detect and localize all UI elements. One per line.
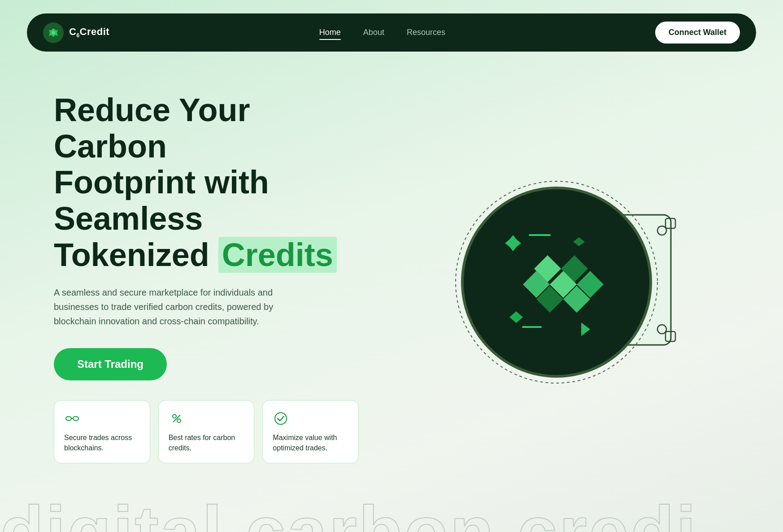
percent-icon: [169, 410, 185, 427]
feature-card-2-text: Maximize value with optimized trades.: [273, 433, 348, 453]
svg-point-5: [177, 419, 181, 423]
logo: C6Credit: [43, 22, 109, 43]
svg-point-15: [657, 325, 666, 334]
logo-icon: [43, 22, 64, 43]
vault-illustration: [447, 152, 698, 403]
scrolling-text-section: digital carbon credi: [0, 481, 783, 532]
hero-title-line2: Footprint with Seamless: [54, 164, 269, 236]
hero-title: Reduce Your Carbon Footprint with Seamle…: [54, 92, 359, 273]
logo-subscript: 6: [76, 33, 79, 39]
nav-about[interactable]: About: [363, 28, 384, 37]
hero-title-line1: Reduce Your Carbon: [54, 92, 250, 164]
svg-point-4: [173, 414, 176, 418]
svg-point-14: [657, 226, 666, 235]
vault-svg: [447, 152, 698, 403]
feature-card-0: Secure trades across blockchains.: [54, 400, 150, 463]
start-trading-button[interactable]: Start Trading: [54, 348, 167, 380]
feature-card-2: Maximize value with optimized trades.: [262, 400, 359, 463]
svg-rect-2: [73, 417, 78, 420]
hero-section: Reduce Your Carbon Footprint with Seamle…: [0, 65, 783, 481]
check-circle-icon: [273, 410, 289, 427]
nav-resources[interactable]: Resources: [407, 28, 445, 37]
hero-right: [415, 152, 729, 403]
feature-card-1: Best rates for carbon credits.: [158, 400, 255, 463]
connect-wallet-button[interactable]: Connect Wallet: [655, 22, 740, 44]
scrolling-text: digital carbon credi: [0, 490, 783, 532]
logo-svg: [47, 26, 60, 39]
hero-left: Reduce Your Carbon Footprint with Seamle…: [54, 92, 359, 463]
hero-title-highlight: Credits: [218, 237, 337, 273]
hero-title-line3-plain: Tokenized: [54, 237, 209, 273]
feature-card-1-text: Best rates for carbon credits.: [169, 433, 244, 453]
feature-cards: Secure trades across blockchains. Best r…: [54, 400, 359, 463]
svg-point-7: [275, 413, 287, 424]
svg-rect-1: [66, 417, 71, 420]
chain-icon: [64, 410, 80, 427]
nav-home[interactable]: Home: [319, 28, 341, 37]
navbar: C6Credit Home About Resources Connect Wa…: [27, 13, 756, 52]
hero-subtitle: A seamless and secure marketplace for in…: [54, 285, 305, 328]
nav-links: Home About Resources: [319, 28, 445, 37]
svg-line-6: [173, 415, 180, 422]
svg-point-0: [52, 31, 55, 35]
feature-card-0-text: Secure trades across blockchains.: [64, 433, 140, 453]
logo-text: C6Credit: [69, 26, 109, 39]
